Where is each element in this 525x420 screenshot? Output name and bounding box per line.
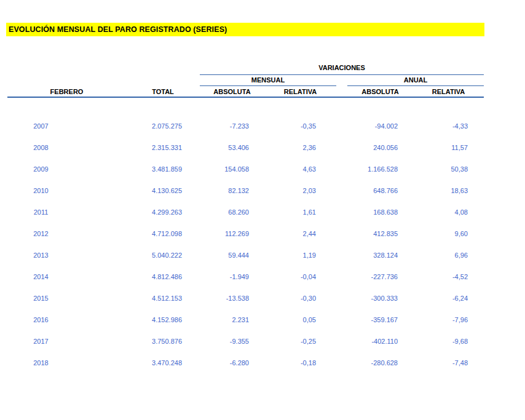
mensual-relativa-cell: 0,05: [264, 316, 336, 323]
mensual-absoluta-cell: 68.260: [200, 208, 264, 216]
table-row: 20173.750.876-9.355-0,25-402.110-9,68: [7, 330, 484, 352]
year-cell: 2009: [7, 165, 126, 173]
mensual-relativa-cell: 2,03: [264, 187, 336, 194]
total-cell: 5.040.222: [126, 252, 200, 259]
table-row: 20154.512.153-13.538-0,30-300.333-6,24: [7, 287, 484, 309]
anual-absoluta-cell: 168.638: [347, 208, 413, 216]
year-cell: 2017: [7, 338, 126, 345]
year-cell: 2012: [7, 230, 126, 237]
year-cell: 2010: [7, 187, 126, 194]
table-row: 20124.712.098112.2692,44412.8359,60: [7, 223, 484, 244]
table-row: 20072.075.275-7.233-0,35-94.002-4,33: [7, 115, 484, 137]
mensual-absoluta-cell: 2.231: [200, 316, 264, 323]
anual-relativa-cell: 4,08: [413, 208, 484, 216]
anual-absoluta-cell: -280.628: [347, 359, 413, 367]
mensual-relativa-cell: -0,25: [264, 338, 336, 345]
table-row: 20114.299.26368.2601,61168.6384,08: [7, 201, 484, 223]
year-cell: 2007: [7, 122, 126, 130]
mensual-absoluta-cell: 59.444: [200, 252, 264, 259]
anual-absoluta-cell: -359.167: [347, 316, 413, 323]
total-cell: 3.481.859: [126, 165, 200, 173]
table-subgroup-anual: ANUAL: [347, 76, 484, 86]
year-cell: 2016: [7, 316, 126, 323]
anual-absoluta-cell: 412.835: [347, 230, 413, 237]
table-subgroup-mensual: MENSUAL: [200, 76, 336, 86]
year-cell: 2011: [7, 208, 126, 216]
table-row: 20082.315.33153.4062,36240.05611,57: [7, 137, 484, 158]
mensual-relativa-cell: 4,63: [264, 165, 336, 173]
year-cell: 2018: [7, 359, 126, 367]
anual-relativa-cell: 18,63: [413, 187, 484, 194]
table-row: 20164.152.9862.2310,05-359.167-7,96: [7, 309, 484, 330]
year-cell: 2008: [7, 144, 126, 151]
total-cell: 4.712.098: [126, 230, 200, 237]
year-cell: 2013: [7, 252, 126, 259]
table-row: 20183.470.248-6.280-0,18-280.628-7,48: [7, 352, 484, 373]
mensual-absoluta-cell: -1.949: [200, 273, 264, 280]
table-group-header-variaciones: VARIACIONES: [200, 63, 484, 75]
table-column-headers: FEBRERO TOTAL ABSOLUTA RELATIVA ABSOLUTA…: [7, 87, 484, 98]
total-cell: 3.750.876: [126, 338, 200, 345]
mensual-relativa-cell: 2,36: [264, 144, 336, 151]
total-cell: 4.299.263: [126, 208, 200, 216]
anual-absoluta-cell: 328.124: [347, 252, 413, 259]
mensual-relativa-cell: -0,18: [264, 359, 336, 367]
anual-relativa-cell: -6,24: [413, 295, 484, 302]
mensual-absoluta-cell: -9.355: [200, 338, 264, 345]
anual-relativa-cell: 50,38: [413, 165, 484, 173]
column-header-mensual-relativa: RELATIVA: [264, 88, 336, 97]
anual-absoluta-cell: -402.110: [347, 338, 413, 345]
mensual-relativa-cell: -0,30: [264, 295, 336, 302]
anual-absoluta-cell: -300.333: [347, 295, 413, 302]
mensual-relativa-cell: -0,04: [264, 273, 336, 280]
column-header-month: FEBRERO: [7, 88, 126, 97]
page-title-highlight: EVOLUCIÓN MENSUAL DEL PARO REGISTRADO (S…: [6, 23, 484, 36]
table-rows: 20072.075.275-7.233-0,35-94.002-4,332008…: [7, 115, 484, 373]
column-header-anual-absoluta: ABSOLUTA: [347, 88, 413, 97]
mensual-absoluta-cell: 112.269: [200, 230, 264, 237]
mensual-absoluta-cell: -13.538: [200, 295, 264, 302]
column-header-anual-relativa: RELATIVA: [413, 88, 484, 97]
mensual-absoluta-cell: -6.280: [200, 359, 264, 367]
column-header-total: TOTAL: [126, 88, 200, 97]
report-page: EVOLUCIÓN MENSUAL DEL PARO REGISTRADO (S…: [0, 0, 525, 420]
anual-relativa-cell: -7,96: [413, 316, 484, 323]
mensual-relativa-cell: 1,19: [264, 252, 336, 259]
total-cell: 4.812.486: [126, 273, 200, 280]
anual-relativa-cell: 9,60: [413, 230, 484, 237]
mensual-relativa-cell: 2,44: [264, 230, 336, 237]
anual-absoluta-cell: 240.056: [347, 144, 413, 151]
total-cell: 4.512.153: [126, 295, 200, 302]
column-gap: [336, 95, 347, 97]
total-cell: 4.152.986: [126, 316, 200, 323]
year-cell: 2014: [7, 273, 126, 280]
mensual-absoluta-cell: 154.058: [200, 165, 264, 173]
anual-relativa-cell: 6,96: [413, 252, 484, 259]
anual-relativa-cell: 11,57: [413, 144, 484, 151]
anual-relativa-cell: -4,33: [413, 122, 484, 130]
total-cell: 4.130.625: [126, 187, 200, 194]
total-cell: 2.315.331: [126, 144, 200, 151]
total-cell: 2.075.275: [126, 122, 200, 130]
anual-relativa-cell: -4,52: [413, 273, 484, 280]
table-row: 20135.040.22259.4441,19328.1246,96: [7, 244, 484, 266]
total-cell: 3.470.248: [126, 359, 200, 367]
anual-relativa-cell: -9,68: [413, 338, 484, 345]
year-cell: 2015: [7, 295, 126, 302]
column-header-mensual-absoluta: ABSOLUTA: [200, 88, 264, 97]
table-row: 20144.812.486-1.949-0,04-227.736-4,52: [7, 266, 484, 287]
anual-relativa-cell: -7,48: [413, 359, 484, 367]
mensual-absoluta-cell: 82.132: [200, 187, 264, 194]
mensual-relativa-cell: -0,35: [264, 122, 336, 130]
table-row: 20104.130.62582.1322,03648.76618,63: [7, 180, 484, 201]
anual-absoluta-cell: -227.736: [347, 273, 413, 280]
page-title: EVOLUCIÓN MENSUAL DEL PARO REGISTRADO (S…: [6, 25, 227, 34]
anual-absoluta-cell: 1.166.528: [347, 165, 413, 173]
mensual-absoluta-cell: -7.233: [200, 122, 264, 130]
anual-absoluta-cell: -94.002: [347, 122, 413, 130]
table-row: 20093.481.859154.0584,631.166.52850,38: [7, 158, 484, 180]
anual-absoluta-cell: 648.766: [347, 187, 413, 194]
mensual-relativa-cell: 1,61: [264, 208, 336, 216]
mensual-absoluta-cell: 53.406: [200, 144, 264, 151]
